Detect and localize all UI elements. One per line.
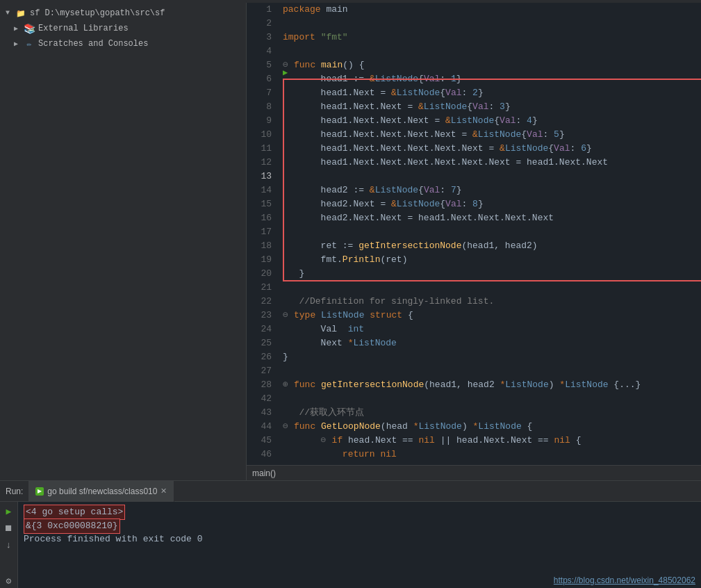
code-container: ▶ 1 2 3 4 5 6 7 8 9 10 11 12 13 14: [247, 3, 701, 465]
ln-11: 11: [247, 142, 272, 156]
bottom-tab-build[interactable]: ▶ go build sf/newclass/class010 ✕: [28, 481, 174, 502]
output-line-1: <4 go setup calls>: [24, 505, 695, 518]
code-line-24: Val int: [283, 322, 701, 336]
sidebar-item-sf-label: sf D:\mysetup\gopath\src\sf: [30, 8, 165, 18]
ln-17: 17: [247, 225, 272, 239]
code-line-46: return nil: [283, 448, 701, 462]
ln-24: 24: [247, 322, 272, 336]
bottom-right-info: https://blog.csdn.net/weixin_48502062: [18, 573, 701, 588]
ln-45: 45: [247, 434, 272, 448]
sidebar: ▼ 📁 sf D:\mysetup\gopath\src\sf ▶ 📚 Exte…: [0, 3, 247, 480]
code-body[interactable]: package main import "fmt" ⊖func main() {…: [280, 3, 701, 465]
sidebar-item-libs-label: External Libraries: [38, 24, 129, 33]
process-status-text: Process finished with exit code 0: [24, 534, 202, 544]
code-line-21: [283, 281, 701, 295]
bottom-sidebar: ▶ ⏹ ↓ ⚙: [0, 502, 18, 588]
ln-3: 3: [247, 31, 272, 44]
ln-9: 9: [247, 114, 272, 128]
breadcrumb-main: main(): [252, 468, 276, 478]
code-line-17: [283, 225, 701, 239]
scroll-down-button[interactable]: ↓: [2, 538, 16, 552]
code-line-42: [283, 392, 701, 406]
ln-4: 4: [247, 44, 272, 58]
code-line-27: [283, 364, 701, 378]
ln-26: 26: [247, 350, 272, 364]
ln-16: 16: [247, 211, 272, 225]
code-line-1: package main: [283, 3, 701, 17]
ln-5: 5: [247, 58, 272, 72]
output-container: <4 go setup calls> &{3 0xc000088210} Pro…: [18, 502, 701, 588]
output-highlight-2: &{3 0xc000088210}: [24, 518, 120, 534]
ln-28: 28: [247, 378, 272, 392]
run-arrow-icon: ▶: [283, 67, 288, 78]
code-line-28: ⊕func getIntersectionNode(head1, head2 *…: [283, 378, 701, 392]
csdn-url[interactable]: https://blog.csdn.net/weixin_48502062: [554, 575, 695, 585]
editor-area: ▶ 1 2 3 4 5 6 7 8 9 10 11 12 13 14: [247, 3, 701, 480]
expand-arrow-libs-icon: ▶: [14, 24, 22, 33]
ln-18: 18: [247, 239, 272, 253]
sidebar-item-sf[interactable]: ▼ 📁 sf D:\mysetup\gopath\src\sf: [0, 6, 246, 21]
code-line-23: ⊖type ListNode struct {: [283, 309, 701, 322]
code-line-44: ⊖func GetLoopNode(head *ListNode) *ListN…: [283, 420, 701, 434]
process-status-line: Process finished with exit code 0: [24, 532, 695, 546]
code-line-45: ⊖if head.Next == nil || head.Next.Next =…: [283, 434, 701, 448]
ln-46: 46: [247, 448, 272, 462]
bottom-tab-label: go build sf/newclass/class010: [47, 487, 157, 496]
ln-2: 2: [247, 17, 272, 31]
ln-22: 22: [247, 295, 272, 309]
code-line-16: head2.Next.Next = head1.Next.Next.Next.N…: [283, 211, 701, 225]
sidebar-item-scratches-label: Scratches and Consoles: [38, 39, 148, 49]
output-highlight-1: <4 go setup calls>: [24, 505, 125, 520]
ln-43: 43: [247, 406, 272, 420]
ln-1: 1: [247, 3, 272, 17]
code-line-11: head1.Next.Next.Next.Next.Next = &ListNo…: [283, 142, 701, 156]
code-line-4: [283, 44, 701, 58]
code-line-5: ⊖func main() {: [283, 58, 701, 72]
code-line-19: fmt.Println(ret): [283, 253, 701, 267]
ln-42: 42: [247, 392, 272, 406]
ln-14: 14: [247, 183, 272, 197]
folder-icon: 📁: [15, 8, 26, 19]
code-line-18: ret := getIntersectionNode(head1, head2): [283, 239, 701, 253]
ln-12: 12: [247, 156, 272, 170]
ln-13: 13: [247, 170, 272, 183]
code-line-7: head1.Next = &ListNode{Val: 2}: [283, 86, 701, 100]
code-line-2: [283, 17, 701, 31]
output-line-2: &{3 0xc000088210}: [24, 518, 695, 532]
ln-27: 27: [247, 364, 272, 378]
scratch-icon: ✏️: [24, 38, 35, 49]
code-line-13: [283, 170, 701, 183]
code-with-gutter: ▶ 1 2 3 4 5 6 7 8 9 10 11 12 13 14: [247, 3, 701, 465]
ln-23: 23: [247, 309, 272, 322]
stop-button[interactable]: ⏹: [2, 521, 16, 535]
ln-21: 21: [247, 281, 272, 295]
expand-arrow-icon: ▼: [6, 9, 14, 17]
ln-15: 15: [247, 197, 272, 211]
run-label: Run:: [0, 487, 28, 496]
code-line-22: //Definition for singly-linked list.: [283, 295, 701, 309]
code-line-26: }: [283, 350, 701, 364]
ln-44: 44: [247, 420, 272, 434]
run-button[interactable]: ▶: [2, 505, 16, 518]
code-line-3: import "fmt": [283, 31, 701, 44]
code-line-14: head2 := &ListNode{Val: 7}: [283, 183, 701, 197]
ln-8: 8: [247, 100, 272, 114]
tab-run-icon: ▶: [35, 487, 44, 496]
breadcrumb-bar: main(): [247, 465, 701, 480]
output-area: <4 go setup calls> &{3 0xc000088210} Pro…: [18, 502, 701, 573]
library-icon: 📚: [24, 23, 35, 34]
close-tab-icon[interactable]: ✕: [160, 487, 167, 496]
ln-25: 25: [247, 336, 272, 350]
code-line-25: Next *ListNode: [283, 336, 701, 350]
code-line-6: head1 := &ListNode{Val: 1}: [283, 72, 701, 86]
settings-icon[interactable]: ⚙: [2, 574, 16, 588]
bottom-panel: Run: ▶ go build sf/newclass/class010 ✕ ▶…: [0, 480, 701, 588]
code-line-43: //获取入环节点: [283, 406, 701, 420]
sidebar-item-scratches[interactable]: ▶ ✏️ Scratches and Consoles: [0, 36, 246, 51]
code-line-10: head1.Next.Next.Next.Next = &ListNode{Va…: [283, 128, 701, 142]
line-numbers: 1 2 3 4 5 6 7 8 9 10 11 12 13 14 15 16 1: [247, 3, 280, 465]
code-line-12: head1.Next.Next.Next.Next.Next.Next = he…: [283, 156, 701, 170]
bottom-tabs: Run: ▶ go build sf/newclass/class010 ✕: [0, 481, 701, 502]
bottom-output-row: ▶ ⏹ ↓ ⚙ <4 go setup calls> &{3 0xc000088…: [0, 502, 701, 588]
sidebar-item-external-libs[interactable]: ▶ 📚 External Libraries: [0, 21, 246, 36]
